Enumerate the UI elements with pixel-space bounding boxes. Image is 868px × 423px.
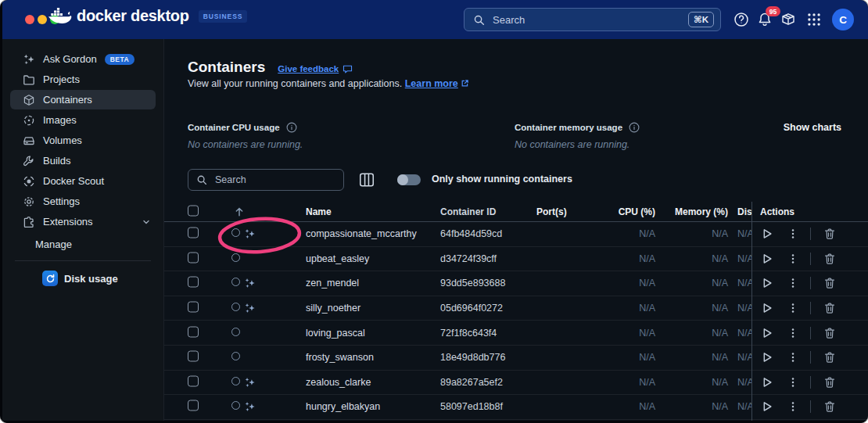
play-icon[interactable] [760, 228, 773, 241]
trash-icon[interactable] [823, 376, 836, 389]
table-row[interactable]: silly_noether 05d6964f0272 N/A N/A N/A [164, 296, 868, 321]
play-icon[interactable] [760, 375, 773, 389]
trash-icon[interactable] [823, 327, 836, 339]
row-checkbox[interactable] [188, 252, 199, 263]
row-disk: N/A [737, 253, 752, 264]
user-avatar[interactable]: C [832, 9, 854, 30]
docker-scout-icon [23, 175, 35, 188]
kebab-menu-icon[interactable] [787, 351, 799, 364]
table-row[interactable]: loving_pascal 72f1f8c643f4 N/A N/A N/A [164, 321, 868, 346]
give-feedback-link[interactable]: Give feedback [278, 64, 353, 74]
table-row[interactable]: zen_mendel 93dd5e893688 N/A N/A N/A [164, 271, 868, 296]
info-icon[interactable] [286, 122, 297, 133]
play-icon[interactable] [760, 400, 773, 414]
sidebar-item-label: Ask Gordon [43, 53, 97, 65]
row-checkbox[interactable] [188, 228, 199, 238]
kebab-menu-icon[interactable] [787, 228, 799, 240]
kebab-menu-icon[interactable] [787, 400, 799, 413]
kebab-menu-icon[interactable] [787, 376, 799, 389]
row-name[interactable]: silly_noether [306, 303, 360, 314]
info-icon[interactable] [629, 122, 640, 133]
row-checkbox[interactable] [188, 351, 199, 362]
trash-icon[interactable] [823, 253, 836, 265]
header-ports[interactable]: Port(s) [536, 206, 567, 217]
trash-icon[interactable] [823, 351, 836, 364]
search-icon [196, 174, 207, 185]
trash-icon[interactable] [823, 228, 836, 240]
help-icon[interactable] [733, 12, 749, 27]
row-name[interactable]: zealous_clarke [306, 377, 371, 388]
table-row[interactable]: zealous_clarke 89a8267a5ef2 N/A N/A N/A [164, 371, 868, 396]
pinned-column-divider [751, 202, 752, 423]
row-cpu: N/A [593, 228, 655, 239]
row-name[interactable]: hungry_elbakyan [306, 401, 380, 412]
row-container-id: d34724f39cff [440, 253, 497, 264]
row-checkbox[interactable] [188, 375, 199, 386]
row-cpu: N/A [593, 328, 655, 339]
row-checkbox[interactable] [188, 326, 199, 337]
chevron-down-icon [142, 217, 151, 227]
select-all-checkbox[interactable] [188, 205, 199, 216]
page-description: View all your running containers and app… [188, 78, 469, 89]
cpu-usage-empty-state: No containers are running. [188, 139, 303, 150]
table-row[interactable]: hungry_elbakyan 58097ed18b8f N/A N/A N/A [164, 395, 868, 420]
learn-more-link[interactable]: Learn more [405, 78, 458, 89]
toggle-knob [397, 174, 408, 185]
show-charts-button[interactable]: Show charts [784, 122, 841, 133]
play-icon[interactable] [760, 252, 773, 265]
header-container-id[interactable]: Container ID [440, 206, 496, 217]
kebab-menu-icon[interactable] [787, 277, 799, 289]
table-row[interactable]: upbeat_easley d34724f39cff N/A N/A N/A [164, 247, 868, 272]
column-settings-icon[interactable] [358, 171, 375, 188]
play-icon[interactable] [760, 326, 773, 339]
sidebar-item-settings[interactable]: Settings [10, 192, 156, 211]
row-checkbox[interactable] [188, 277, 199, 288]
sidebar-item-ask-gordon[interactable]: Ask Gordon BETA [10, 49, 156, 69]
sidebar-item-images[interactable]: Images [10, 110, 156, 130]
header-name[interactable]: Name [306, 206, 332, 217]
apps-grid-icon[interactable] [806, 12, 822, 27]
sidebar-item-builds[interactable]: Builds [10, 151, 156, 170]
sidebar-item-disk-usage[interactable]: Disk usage [2, 268, 163, 289]
row-name[interactable]: upbeat_easley [306, 253, 369, 264]
row-checkbox[interactable] [188, 302, 199, 313]
sort-ascending-icon[interactable] [233, 206, 246, 218]
play-icon[interactable] [760, 351, 773, 364]
header-memory[interactable]: Memory (%) [658, 206, 728, 217]
trash-icon[interactable] [823, 302, 836, 314]
table-search-input[interactable] [213, 174, 335, 186]
close-window-button[interactable] [25, 15, 34, 24]
table-search[interactable] [188, 169, 344, 191]
sidebar-item-docker-scout[interactable]: Docker Scout [10, 171, 156, 191]
sidebar-item-containers[interactable]: Containers [10, 90, 156, 109]
sidebar-item-label: Extensions [43, 216, 93, 228]
running-only-toggle[interactable] [397, 174, 421, 185]
play-icon[interactable] [760, 302, 773, 315]
sidebar-item-projects[interactable]: Projects [10, 70, 156, 89]
global-search[interactable]: ⌘K [464, 8, 721, 31]
table-row[interactable]: frosty_swanson 18e49d8db776 N/A N/A N/A [164, 346, 868, 371]
row-name[interactable]: frosty_swanson [306, 352, 374, 363]
table-row[interactable]: compassionate_mccarthy 64fb484d59cd N/A … [164, 222, 868, 247]
minimize-window-button[interactable] [38, 15, 47, 24]
global-search-input[interactable] [491, 13, 688, 27]
trash-icon[interactable] [823, 277, 836, 289]
play-icon[interactable] [760, 277, 773, 290]
kebab-menu-icon[interactable] [787, 302, 799, 314]
kebab-menu-icon[interactable] [787, 253, 799, 265]
row-checkbox[interactable] [188, 400, 199, 411]
sidebar-item-label: Containers [43, 94, 92, 106]
row-memory: N/A [658, 278, 728, 289]
kebab-menu-icon[interactable] [787, 327, 799, 339]
package-icon[interactable] [780, 12, 796, 27]
row-name[interactable]: zen_mendel [306, 278, 359, 289]
trash-icon[interactable] [823, 400, 836, 413]
header-disk-truncated[interactable]: Dis [737, 206, 752, 217]
sidebar-item-volumes[interactable]: Volumes [10, 131, 156, 150]
header-cpu[interactable]: CPU (%) [593, 206, 655, 217]
sidebar-item-extensions[interactable]: Extensions [10, 212, 156, 231]
row-memory: N/A [658, 228, 728, 239]
sidebar-item-manage[interactable]: Manage [2, 235, 163, 253]
row-name[interactable]: compassionate_mccarthy [306, 228, 417, 239]
row-name[interactable]: loving_pascal [306, 328, 365, 339]
